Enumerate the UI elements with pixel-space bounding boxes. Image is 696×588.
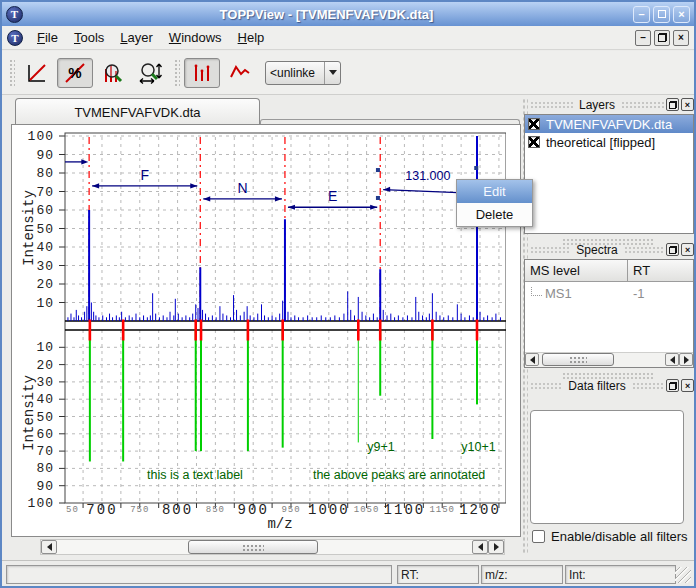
- menu-item-windows[interactable]: Windows: [161, 28, 230, 47]
- close-panel-button[interactable]: ×: [681, 243, 694, 256]
- reset-axes-button[interactable]: [19, 58, 55, 88]
- float-panel-button[interactable]: [666, 379, 679, 392]
- status-mz-field: m/z:: [481, 565, 563, 584]
- column-header-ms-level[interactable]: MS level: [525, 260, 628, 282]
- resize-grip[interactable]: [675, 567, 691, 583]
- y-tick-label: 10: [20, 296, 54, 309]
- plot-horizontal-scrollbar[interactable]: [40, 539, 505, 555]
- arrowhead-icon: [383, 187, 390, 192]
- annotation-handle[interactable]: [474, 166, 478, 170]
- y-tick-label: 90: [20, 148, 54, 161]
- y-tick-label: 20: [20, 358, 54, 371]
- y-tick-label: 90: [20, 479, 54, 492]
- toolbar-handle[interactable]: [8, 58, 15, 88]
- layer-item[interactable]: TVMENFVAFVDK.dta: [525, 115, 693, 133]
- spectra-table[interactable]: MS level RT MS1 -1: [524, 259, 694, 368]
- filters-panel-title: Data filters: [562, 379, 631, 393]
- spectra-panel-title: Spectra: [570, 243, 623, 257]
- y-tick-label: 40: [20, 392, 54, 405]
- status-int-field: Int:: [565, 565, 676, 584]
- context-menu-item-edit[interactable]: Edit: [457, 180, 532, 203]
- layers-list[interactable]: TVMENFVAFVDK.dtatheoretical [flipped]: [524, 114, 694, 234]
- profile-mode-icon: [228, 61, 252, 85]
- panel-grip-dots: [530, 101, 573, 108]
- title-bar[interactable]: T TOPPView - [TVMENFVAFVDK.dta] – ×: [2, 2, 694, 26]
- arrowhead-icon: [203, 196, 210, 201]
- mdi-restore-button[interactable]: [654, 30, 670, 46]
- layer-visibility-checkbox[interactable]: [528, 136, 540, 148]
- peak-mode-button[interactable]: [184, 58, 220, 88]
- enable-filters-checkbox[interactable]: [532, 530, 545, 543]
- close-panel-button[interactable]: ×: [681, 379, 694, 392]
- y-tick-label: 50: [20, 222, 54, 235]
- spectrum-canvas[interactable]: FNE131.000this is a text labelthe above …: [11, 124, 521, 537]
- scroll-left-button[interactable]: [41, 540, 57, 554]
- y-tick-label: 20: [20, 277, 54, 290]
- annotation-handle[interactable]: [376, 168, 380, 172]
- annotation-handle[interactable]: [376, 196, 380, 200]
- menu-item-help[interactable]: Help: [230, 28, 273, 47]
- mdi-minimize-button[interactable]: –: [635, 30, 651, 46]
- combo-dropdown-button[interactable]: [324, 62, 340, 84]
- layer-visibility-checkbox[interactable]: [528, 118, 540, 130]
- panel-grip-dots: [530, 382, 562, 389]
- scrollbar-thumb[interactable]: [188, 540, 318, 554]
- float-icon: [669, 101, 677, 109]
- close-button[interactable]: ×: [673, 6, 690, 23]
- zoom-range-button[interactable]: [133, 58, 169, 88]
- float-panel-button[interactable]: [666, 98, 679, 111]
- app-logo-icon: T: [6, 6, 23, 23]
- float-panel-button[interactable]: [666, 243, 679, 256]
- spectra-row[interactable]: MS1 -1: [525, 284, 693, 302]
- minimize-button[interactable]: –: [633, 6, 650, 23]
- y-tick-label: 70: [20, 185, 54, 198]
- y-tick-label: 100: [20, 496, 54, 509]
- reset-axes-icon: [25, 61, 49, 85]
- y-tick-label: 60: [20, 203, 54, 216]
- scrollbar-thumb[interactable]: [542, 353, 614, 366]
- mdi-close-button[interactable]: ×: [673, 30, 689, 46]
- close-panel-button[interactable]: ×: [681, 98, 694, 111]
- zoom-button[interactable]: [95, 58, 131, 88]
- spectra-panel-header[interactable]: Spectra ×: [530, 242, 694, 257]
- menu-item-layer[interactable]: Layer: [112, 28, 161, 47]
- filters-panel-header[interactable]: Data filters ×: [530, 378, 694, 393]
- x-tick-minor-label: 1050: [347, 505, 387, 515]
- maximize-button[interactable]: [653, 6, 670, 23]
- arrow-right-icon: [684, 356, 689, 364]
- layer-item[interactable]: theoretical [flipped]: [525, 133, 693, 151]
- enable-filters-label: Enable/disable all filters: [551, 529, 688, 544]
- scroll-left-button[interactable]: [525, 353, 539, 366]
- profile-mode-button[interactable]: [222, 58, 258, 88]
- percentage-intensity-button[interactable]: %: [57, 58, 93, 88]
- link-combo-value: <unlinke: [266, 66, 324, 80]
- float-icon: [669, 382, 677, 390]
- restore-icon: [658, 33, 667, 42]
- grip-dots-icon: [569, 356, 587, 364]
- toolbar-handle[interactable]: [173, 58, 180, 88]
- menu-item-file[interactable]: File: [29, 28, 66, 47]
- layers-panel-header[interactable]: Layers ×: [530, 97, 694, 112]
- y-tick-label: 70: [20, 444, 54, 457]
- scroll-left-button-2[interactable]: [665, 353, 679, 366]
- arrowhead-icon: [370, 205, 377, 210]
- mdi-child-icon[interactable]: T: [7, 30, 23, 46]
- y-tick-label: 80: [20, 166, 54, 179]
- scroll-left-button-2[interactable]: [472, 540, 488, 554]
- menu-item-tools[interactable]: Tools: [66, 28, 112, 47]
- arrow-left-icon: [478, 543, 483, 551]
- panel-grip-dots: [530, 246, 570, 253]
- spectrum-plot[interactable]: FNE131.000this is a text labelthe above …: [57, 128, 506, 510]
- scroll-right-button[interactable]: [679, 353, 693, 366]
- link-combo[interactable]: <unlinke: [265, 61, 341, 85]
- bottom-annotation-label: y10+1: [461, 440, 495, 454]
- context-menu-item-delete[interactable]: Delete: [457, 203, 532, 226]
- annotation-label: E: [328, 188, 337, 204]
- filters-list[interactable]: [530, 410, 684, 524]
- x-tick-minor-label: 750: [120, 505, 160, 515]
- arrowhead-icon: [81, 159, 88, 164]
- scroll-right-button[interactable]: [488, 540, 504, 554]
- spectra-horizontal-scrollbar[interactable]: [525, 352, 693, 367]
- spectrum-tab[interactable]: TVMENFVAFVDK.dta: [15, 98, 260, 125]
- column-header-rt[interactable]: RT: [628, 260, 693, 282]
